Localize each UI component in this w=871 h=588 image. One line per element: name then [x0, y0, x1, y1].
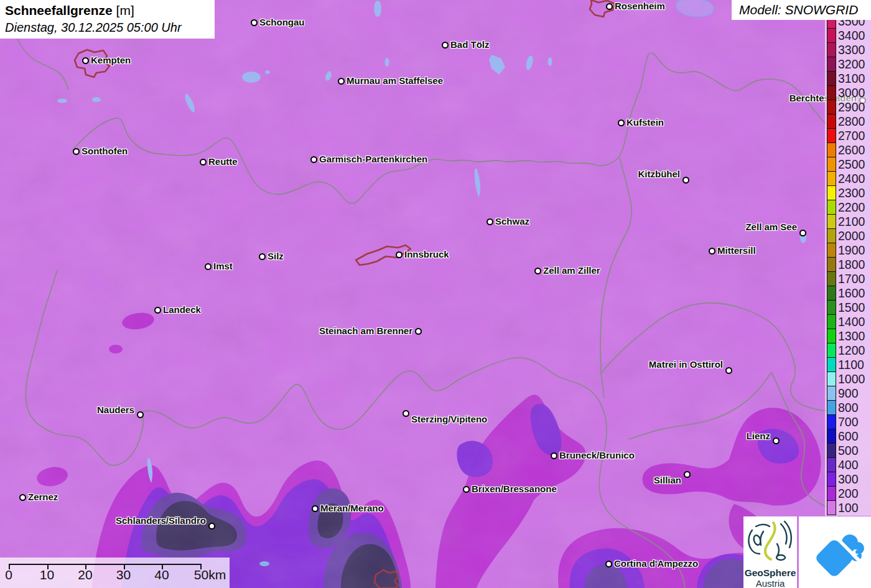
- city-marker: [310, 156, 317, 163]
- colorbar-row: 2300: [825, 186, 871, 200]
- city-marker: [773, 437, 780, 444]
- city-label: Schwaz: [495, 215, 529, 228]
- city-label: Steinach am Brenner: [319, 325, 412, 337]
- colorbar-swatch: [827, 386, 836, 401]
- city-label: Zernez: [28, 491, 58, 503]
- city-label: Cortina d'Ampezzo: [614, 558, 698, 570]
- model-label: Modell: SNOWGRID: [739, 2, 858, 17]
- geosphere-logo-box: GeoSphere Austria: [743, 516, 797, 588]
- city-label: Kufstein: [626, 116, 664, 129]
- colorbar-swatch: [827, 186, 836, 200]
- colorbar-row: 400: [825, 458, 871, 472]
- city-marker: [396, 251, 403, 258]
- colorbar-value: 1100: [838, 358, 864, 372]
- colorbar-swatch: [827, 444, 836, 458]
- colorbar-row: 1700: [825, 272, 871, 286]
- city-label: Mittersill: [717, 245, 756, 257]
- colorbar-value: 3000: [838, 86, 865, 100]
- city-marker: [208, 523, 215, 530]
- geosphere-logo-icon: [746, 519, 794, 564]
- colorbar-row: 3400: [825, 29, 871, 43]
- city-label: Murnau am Staffelsee: [347, 75, 443, 87]
- city-marker: [205, 263, 212, 270]
- city-marker: [442, 42, 449, 49]
- city-marker: [338, 78, 345, 85]
- colorbar-value: 200: [838, 487, 859, 501]
- city-label: Meran/Merano: [320, 502, 384, 515]
- colorbar-value: 2900: [838, 100, 865, 114]
- colorbar-swatch: [827, 258, 836, 272]
- colorbar-swatch: [827, 72, 836, 86]
- colorbar-row: 1200: [825, 343, 871, 358]
- colorbar-value: 600: [838, 429, 859, 444]
- city-marker: [312, 505, 319, 512]
- city-marker: [605, 561, 612, 567]
- city-label: Imst: [213, 260, 233, 273]
- colorbar-row: 1600: [825, 286, 871, 301]
- colorbar-row: 3000: [825, 86, 871, 100]
- colorbar-row: 1300: [825, 329, 871, 343]
- city-marker: [73, 148, 80, 155]
- title-parameter: Schneefallgrenze: [5, 3, 113, 17]
- colorbar-swatch: [827, 415, 836, 429]
- city-marker: [618, 119, 625, 126]
- colorbar-swatch: [827, 229, 836, 243]
- colorbar-swatch: [827, 200, 836, 215]
- city-label: Zell am Ziller: [543, 264, 600, 277]
- colorbar-row: 2100: [825, 215, 871, 229]
- colorbar-value: 300: [838, 472, 859, 487]
- colorbar-row: 1800: [825, 258, 871, 272]
- colorbar-row: 2600: [825, 143, 871, 157]
- city-marker: [799, 230, 806, 236]
- colorbar-value: 1500: [838, 301, 865, 315]
- colorbar-value: 100: [838, 501, 859, 515]
- city-marker: [684, 471, 691, 478]
- colorbar-value: 3400: [838, 29, 865, 43]
- scalebar-label: 40: [154, 567, 169, 582]
- city-marker: [463, 486, 470, 493]
- city-marker: [82, 57, 89, 64]
- colorbar-value: 500: [838, 444, 859, 458]
- colorbar-swatch: [827, 43, 836, 57]
- colorbar-row: 800: [825, 401, 871, 415]
- colorbar-swatch: [827, 215, 836, 229]
- colorbar-value: 1200: [838, 343, 865, 358]
- colorbar-value: 2300: [838, 186, 865, 200]
- colorbar-swatch: [827, 286, 836, 301]
- city-marker: [259, 253, 266, 260]
- colorbar-value: 2200: [838, 200, 865, 215]
- city-label: Lienz: [747, 430, 770, 442]
- scalebar-label: 0: [5, 567, 12, 582]
- city-label: Zell am See: [745, 221, 797, 233]
- colorbar-swatch: [827, 129, 836, 143]
- colorbar-swatch: [827, 301, 836, 315]
- city-label: Sillian: [654, 474, 681, 487]
- colorbar-value: 2400: [838, 172, 865, 186]
- city-label: Sterzing/Vipiteno: [411, 413, 487, 426]
- city-label: Kempten: [91, 54, 131, 67]
- colorbar-swatch: [827, 57, 836, 72]
- snowgrid-logo-box: [799, 516, 871, 588]
- colorbar-swatch: [827, 100, 836, 114]
- city-label: Kitzbühel: [638, 168, 681, 180]
- colorbar-value: 1600: [838, 286, 865, 301]
- city-marker: [551, 452, 557, 459]
- colorbar-value: 1900: [838, 243, 865, 258]
- city-marker: [487, 218, 493, 225]
- colorbar-value: 2100: [838, 215, 865, 229]
- city-marker: [682, 177, 689, 184]
- weather-map-app: SchongauRosenheimBad TölzKemptenMurnau a…: [0, 0, 871, 588]
- colorbar-swatch: [827, 458, 836, 472]
- colorbar-value: 2700: [838, 129, 865, 143]
- city-label: Innsbruck: [404, 248, 449, 261]
- city-marker: [154, 307, 161, 314]
- colorbar-row: 600: [825, 429, 871, 444]
- geosphere-logo-name: GeoSphere: [743, 567, 797, 578]
- city-marker: [709, 248, 715, 254]
- city-marker: [606, 3, 613, 10]
- city-label: Schlanders/Silandro: [116, 515, 206, 527]
- colorbar-row: 2500: [825, 157, 871, 172]
- colorbar-swatch: [827, 114, 836, 129]
- colorbar-legend: 3500 3400 3300 3200 3100 3000 2900: [825, 14, 871, 516]
- city-label: Rosenheim: [615, 0, 665, 12]
